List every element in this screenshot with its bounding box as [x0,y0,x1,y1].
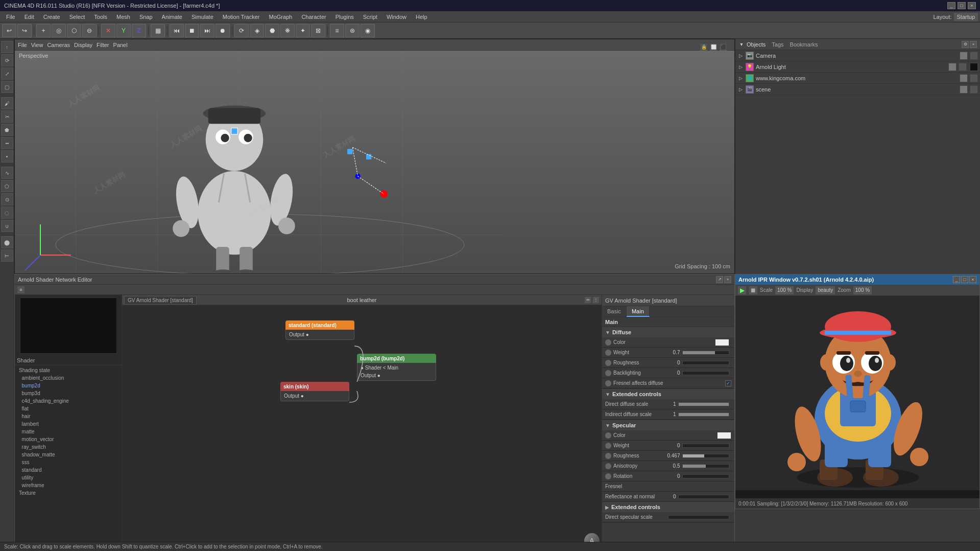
shader-item-ambient-occlusion[interactable]: ambient_occlusion [15,374,122,382]
scene-expand-icon[interactable]: ▷ [737,86,744,93]
left-tool-move[interactable]: ↑ [1,41,13,53]
layout-value[interactable]: Startup [954,13,978,21]
ipr-maximize-button[interactable]: □ [961,276,968,283]
shader-item-matte[interactable]: matte [15,428,122,435]
left-tool-point[interactable]: • [1,150,13,163]
menu-animate[interactable]: Animate [158,13,186,21]
shader-item-c4d-shading[interactable]: c4d_shading_engine [15,397,122,405]
asp-extended2-header[interactable]: ▶ Extended controls [602,502,734,512]
tool-grid[interactable]: ▦ [151,24,165,37]
tool-box[interactable]: ⊠ [311,24,325,37]
canvas-toolbar-icon2[interactable]: ⋮ [592,296,600,304]
camera-expand-icon[interactable]: ▷ [737,53,744,59]
camera-visibility-toggle[interactable] [960,52,968,60]
play-next-button[interactable]: ⏭ [200,24,214,37]
left-tool-spline[interactable]: ∿ [1,167,13,179]
asp-tab-main[interactable]: Main [627,306,650,317]
menu-mesh[interactable]: Mesh [112,13,134,21]
play-start-button[interactable]: ⏮ [170,24,184,37]
vp-menu-file[interactable]: File [18,42,27,48]
arnold-light-visibility-toggle[interactable] [948,63,957,71]
objects-item-camera[interactable]: ▷ 📷 Camera [735,50,980,61]
menu-tools[interactable]: Tools [90,13,111,21]
asp-direct-diffuse-slider[interactable] [678,402,730,406]
left-tool-weight[interactable]: ⊙ [1,193,13,205]
shader-item-standard[interactable]: standard [15,466,122,474]
menu-mograph[interactable]: MoGraph [265,13,297,21]
tool-view[interactable]: ◈ [250,24,264,37]
left-tool-smooth[interactable]: ◌ [1,206,13,219]
shader-editor-detach-icon[interactable]: ↗ [716,276,723,283]
shader-toolbar-icon1[interactable]: ≡ [17,286,25,294]
shader-item-ray-switch[interactable]: ray_switch [15,443,122,451]
viewport-canvas[interactable]: Perspective [15,51,734,273]
undo-button[interactable]: ↩ [2,24,16,37]
left-tool-polygon[interactable]: ⬟ [1,124,13,136]
vp-menu-panel[interactable]: Panel [113,42,128,48]
asp-diffuse-backlighting-slider[interactable] [682,371,730,375]
left-tool-knife[interactable]: ✂ [1,110,13,123]
tool-hex[interactable]: ⬡ [67,24,81,37]
menu-character[interactable]: Character [297,13,330,21]
shader-item-lambert[interactable]: lambert [15,420,122,428]
shader-item-bump2d[interactable]: bump2d [15,382,122,389]
tool-y[interactable]: Y [116,24,131,37]
scene-render-toggle[interactable] [970,85,978,94]
tool-rotate[interactable]: ⟳ [234,24,249,37]
play-prev-button[interactable]: ⏹ [185,24,199,37]
viewport-expand-icon[interactable]: ⬜ [709,43,718,51]
tool-star[interactable]: ❋ [280,24,295,37]
asp-direct-specular-slider[interactable] [668,515,730,519]
menu-file[interactable]: File [2,13,19,21]
shader-item-shading-state[interactable]: Shading state [15,366,122,374]
new-object-button[interactable]: + [36,24,51,37]
menu-plugins[interactable]: Plugins [331,13,358,21]
redo-button[interactable]: ↪ [17,24,32,37]
tool-circle[interactable]: ◎ [52,24,66,37]
menu-window[interactable]: Window [383,13,411,21]
minimize-button[interactable]: _ [947,2,955,9]
shader-node-standard[interactable]: standard (standard) Output ● [285,320,354,340]
left-tool-soft[interactable]: ⬤ [1,236,13,248]
tool-menu[interactable]: ≡ [330,24,344,37]
arnold-light-expand-icon[interactable]: ▷ [737,64,744,70]
tool-hex2[interactable]: ⬣ [265,24,279,37]
left-tool-paint[interactable]: 🖌 [1,97,13,109]
shader-node-bump2d[interactable]: bump2d (bump2d) ● Shader < Main Output ● [357,354,436,381]
kingcoma-expand-icon[interactable]: ▷ [737,75,744,81]
shader-item-bump3d[interactable]: bump3d [15,389,122,397]
viewport-maximize-icon[interactable]: ⬛ [719,43,727,51]
menu-simulate[interactable]: Simulate [187,13,218,21]
shader-item-sss[interactable]: sss [15,458,122,466]
shader-item-texture[interactable]: Texture [15,489,122,497]
vp-menu-display[interactable]: Display [74,42,92,48]
asp-reflectance-slider[interactable] [678,495,730,499]
objects-panel-expand[interactable]: ▼ [738,41,745,48]
menu-script[interactable]: Script [359,13,381,21]
objects-panel-close-icon[interactable]: × [970,41,977,48]
menu-create[interactable]: Create [39,13,64,21]
shader-item-utility[interactable]: utility [15,474,122,481]
objects-panel-menu-tags[interactable]: Tags [772,41,783,48]
ipr-render-area[interactable] [735,296,979,498]
camera-render-toggle[interactable] [970,52,978,60]
shader-item-flat[interactable]: flat [15,405,122,412]
asp-tab-basic[interactable]: Basic [602,306,627,317]
kingcoma-visibility-toggle[interactable] [960,74,968,82]
menu-snap[interactable]: Snap [135,13,157,21]
asp-rotation-slider[interactable] [682,474,730,478]
ipr-minimize-button[interactable]: _ [953,276,960,283]
ipr-scale-control[interactable]: 100 % [775,286,794,295]
tool-dot[interactable]: ◉ [361,24,375,37]
left-tool-scale[interactable]: ⤢ [1,67,13,80]
objects-item-kingcoma[interactable]: ▷ 🌐 www.kingcoma.com [735,73,980,84]
shader-canvas[interactable]: boot leather ⇔ ⋮ standard (standard) [122,295,602,550]
vp-menu-cameras[interactable]: Cameras [47,42,70,48]
asp-specular-header[interactable]: ▼ Specular [602,420,734,430]
left-tool-magnet[interactable]: ∪ [1,220,13,232]
ipr-close-button[interactable]: × [969,276,976,283]
shader-item-wireframe[interactable]: wireframe [15,481,122,489]
asp-specular-weight-slider[interactable] [682,444,730,448]
left-tool-select[interactable]: ▢ [1,81,13,93]
asp-diffuse-roughness-slider[interactable] [682,361,730,365]
